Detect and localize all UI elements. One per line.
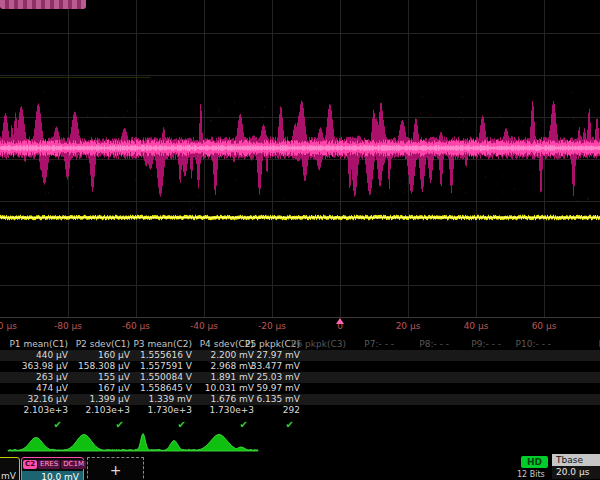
measure-value: 155 µV [98,372,130,383]
measure-value: 27.97 mV [256,350,300,361]
measure-value: 59.97 mV [256,383,300,394]
trace-annotation-badge[interactable] [0,0,86,9]
measure-status-check-icon: ✔ [116,419,124,431]
measure-value: 10.031 mV [205,383,254,394]
measure-header-p1[interactable]: P1 mean(C1) [9,339,68,350]
time-axis-label: -60 µs [122,321,150,331]
c2-channel-tag: C2 [23,460,37,469]
c2-vertical-scale: 10.0 mV [22,471,83,480]
measure-value: 167 µV [98,383,130,394]
measure-status-check-icon: ✔ [240,419,248,431]
time-axis-label: 20 µs [396,321,421,331]
measure-value: 1.676 mV [210,394,254,405]
channel-descriptor-c2[interactable]: C2 ERES DC1M 10.0 mV [21,457,84,480]
measure-value: 2.103e+3 [85,405,130,416]
time-axis-label: 60 µs [532,321,557,331]
measure-status-check-icon: ✔ [54,419,62,431]
measure-value: 1.730e+3 [209,405,254,416]
measure-value: 158.308 µV [78,361,130,372]
measure-status-check-icon: ✔ [178,419,186,431]
measure-value: 363.98 µV [22,361,68,372]
oscilloscope-screen: -100 µs-80 µs-60 µs-40 µs-20 µs020 µs40 … [0,0,600,480]
measure-value: 292 [283,405,300,416]
measure-value: 1.891 mV [210,372,254,383]
measure-status-check-icon: ✔ [286,419,294,431]
measure-header-p8[interactable]: P8:- - - [419,339,449,350]
measure-value: 1.557591 V [140,361,192,372]
measure-value: 1.555616 V [140,350,192,361]
timebase-descriptor[interactable]: Tbase 20.0 µs [552,454,600,480]
measure-value: 2.200 mV [210,350,254,361]
measure-value: 6.135 mV [256,394,300,405]
measure-header-p7[interactable]: P7:- - - [364,339,394,350]
measure-value: 474 µV [36,383,68,394]
c1-vertical-scale: 10.0 mV [0,470,19,480]
measure-value: 160 µV [98,350,130,361]
trigger-time-marker-icon[interactable] [336,318,344,324]
hd-bits-label: 12 Bits [517,470,545,479]
measure-value: 33.477 mV [251,361,300,372]
measure-value: 1.550084 V [140,372,192,383]
time-axis-label: -40 µs [190,321,218,331]
measure-header-p10[interactable]: P10:- - - [516,339,551,350]
measure-header-p2[interactable]: P2 sdev(C1) [76,339,130,350]
hd-mode-badge[interactable]: HD [521,456,548,468]
time-axis-label: -100 µs [0,321,17,331]
timebase-value: 20.0 µs [552,466,600,479]
add-trace-button[interactable]: + [87,457,144,480]
measure-table: P1 mean(C1)440 µV363.98 µV263 µV474 µV32… [0,335,600,435]
time-axis-label: 40 µs [464,321,489,331]
measure-value: 1.339 mV [148,394,192,405]
timebase-label: Tbase [552,454,600,466]
table-row-stripe [0,350,600,361]
measure-header-p6[interactable]: P6 pkpk(C3) [291,339,346,350]
c2-eres-tag: ERES [38,460,60,469]
channel-descriptor-c1[interactable]: C1 DC1M 10.0 mV [0,457,20,480]
measure-value: 263 µV [36,372,68,383]
table-row-stripe [0,372,600,383]
measure-value: 1.730e+3 [147,405,192,416]
measure-value: 2.103e+3 [23,405,68,416]
measurement-histogram-trace [8,434,258,452]
measure-value: 25.03 mV [256,372,300,383]
time-axis: -100 µs-80 µs-60 µs-40 µs-20 µs020 µs40 … [0,318,600,335]
time-axis-label: -20 µs [258,321,286,331]
measure-value: 2.968 mV [210,361,254,372]
c2-coupling-tag: DC1M [61,460,86,469]
measure-value: 1.399 µV [89,394,130,405]
measure-header-p3[interactable]: P3 mean(C2) [133,339,192,350]
measure-value: 440 µV [36,350,68,361]
measure-header-p9[interactable]: P9:- - - [471,339,501,350]
measure-value: 1.558645 V [140,383,192,394]
measure-value: 32.16 µV [27,394,68,405]
time-axis-label: -80 µs [54,321,82,331]
